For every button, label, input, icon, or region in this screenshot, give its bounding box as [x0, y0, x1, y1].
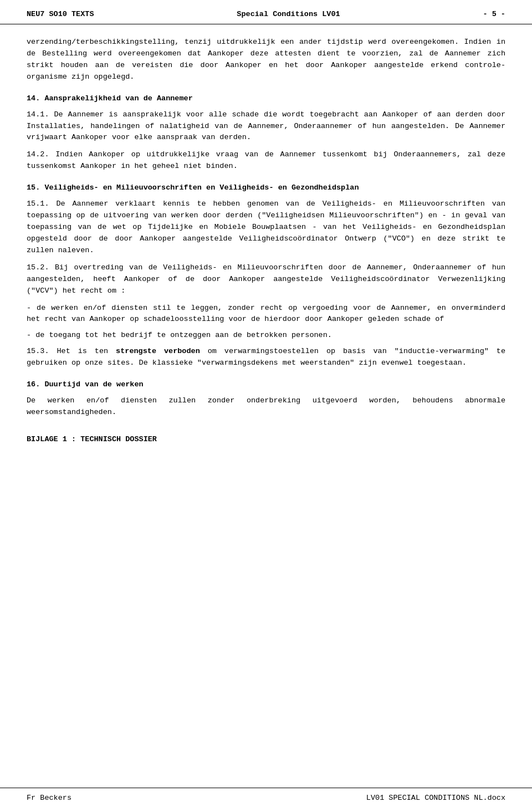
page-content: verzending/terbeschikkingstelling, tenzi…: [0, 24, 532, 483]
section16-heading: 16. Duurtijd van de werken: [27, 379, 505, 391]
section15-1-number: 15.1.: [27, 200, 49, 208]
section14-2-paragraph: 14.2. Indien Aankoper op uitdrukkelijke …: [27, 149, 505, 172]
section15-3-bold: strengste verboden: [116, 347, 200, 355]
section15-1-text: De Aannemer verklaart kennis te hebben g…: [27, 200, 505, 254]
header-left: NEU7 SO10 TEXTS: [27, 10, 94, 18]
footer-right: LV01 SPECIAL CONDITIONS NL.docx: [366, 794, 505, 802]
section14-1-text: De Aannemer is aansprakelijk voor alle s…: [27, 110, 505, 142]
intro-paragraph: verzending/terbeschikkingstelling, tenzi…: [27, 37, 505, 83]
section15-2-paragraph: 15.2. Bij overtreding van de Veiligheids…: [27, 262, 505, 297]
section14-1-paragraph: 14.1. De Aannemer is aansprakelijk voor …: [27, 109, 505, 144]
page-container: NEU7 SO10 TEXTS Special Conditions LV01 …: [0, 0, 532, 812]
section14-heading: 14. Aansprakelijkheid van de Aannemer: [27, 93, 505, 105]
bijlage-heading: BIJLAGE 1 : TECHNISCH DOSSIER: [27, 434, 505, 446]
section15-2-number: 15.2.: [27, 263, 49, 272]
page-footer: Fr Beckers LV01 SPECIAL CONDITIONS NL.do…: [0, 788, 532, 812]
section14-2-text: Indien Aankoper op uitdrukkelijke vraag …: [27, 150, 505, 170]
section15-3-paragraph: 15.3. Het is ten strengste verboden om v…: [27, 346, 505, 369]
bullet-2: - de toegang tot het bedrijf te ontzegge…: [27, 330, 505, 341]
section15-heading: 15. Veiligheids- en Milieuvoorschriften …: [27, 182, 505, 194]
section15-3-number: 15.3.: [27, 347, 49, 355]
header-right: - 5 -: [483, 10, 505, 18]
page-header: NEU7 SO10 TEXTS Special Conditions LV01 …: [0, 0, 532, 24]
section16-paragraph: De werken en/of diensten zullen zonder o…: [27, 395, 505, 418]
section15-2-text: Bij overtreding van de Veiligheids- en M…: [27, 263, 505, 295]
section14-2-number: 14.2.: [27, 150, 49, 159]
footer-left: Fr Beckers: [27, 794, 71, 802]
header-center: Special Conditions LV01: [237, 10, 340, 18]
section15-1-paragraph: 15.1. De Aannemer verklaart kennis te he…: [27, 198, 505, 257]
bullet-1: - de werken en/of diensten stil te legge…: [27, 303, 505, 326]
section15-3-text-before: Het is ten: [57, 347, 116, 355]
section14-1-number: 14.1.: [27, 110, 49, 119]
